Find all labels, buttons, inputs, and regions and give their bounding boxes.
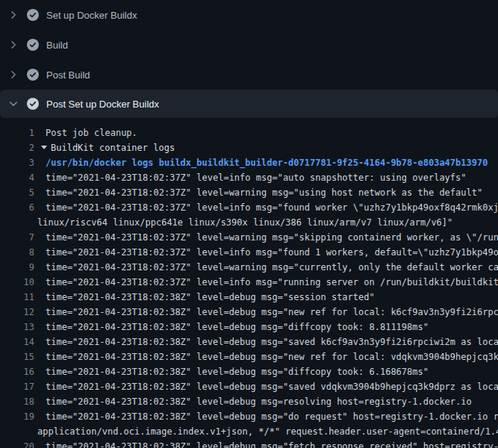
log-command-text: /usr/bin/docker logs buildx_buildkit_bui… xyxy=(46,158,488,168)
log-text: time="2021-04-23T18:02:37Z" level=warnin… xyxy=(46,262,498,273)
log-text: time="2021-04-23T18:02:38Z" level=debug … xyxy=(46,337,498,347)
log-text: application/vnd.oci.image.index.v1+json,… xyxy=(37,426,498,437)
line-number[interactable]: 3 xyxy=(0,155,34,170)
log-line: 14time="2021-04-23T18:02:38Z" level=debu… xyxy=(0,335,498,349)
line-number[interactable]: 11 xyxy=(0,290,34,305)
line-number[interactable]: 17 xyxy=(0,379,34,394)
log-line: 17time="2021-04-23T18:02:38Z" level=debu… xyxy=(0,379,498,394)
log-line: 2BuildKit container logs xyxy=(0,140,498,155)
step-post-build[interactable]: Post Build xyxy=(0,60,498,90)
log-line: 8time="2021-04-23T18:02:37Z" level=info … xyxy=(0,245,498,260)
log-line: 16time="2021-04-23T18:02:38Z" level=debu… xyxy=(0,364,498,379)
log-text: time="2021-04-23T18:02:38Z" level=debug … xyxy=(46,382,498,392)
chevron-right-icon[interactable] xyxy=(7,69,19,81)
log-lines: 1Post job cleanup.2BuildKit container lo… xyxy=(0,125,498,448)
check-circle-icon xyxy=(27,98,39,110)
log-text: time="2021-04-23T18:02:38Z" level=debug … xyxy=(46,307,498,317)
log-text: time="2021-04-23T18:02:37Z" level=warnin… xyxy=(46,187,482,198)
log-text: BuildKit container logs xyxy=(51,143,175,153)
line-number[interactable]: 4 xyxy=(0,170,34,185)
log-text: time="2021-04-23T18:02:37Z" level=info m… xyxy=(46,247,498,258)
log-text: time="2021-04-23T18:02:37Z" level=info m… xyxy=(46,172,467,183)
log-line: 20time="2021-04-23T18:02:38Z" level=debu… xyxy=(0,439,498,448)
line-number[interactable]: 2 xyxy=(0,140,34,155)
line-number[interactable]: 16 xyxy=(0,364,34,379)
line-number[interactable]: 6 xyxy=(0,200,34,215)
log-line: 5time="2021-04-23T18:02:37Z" level=warni… xyxy=(0,185,498,200)
log-line: 9time="2021-04-23T18:02:37Z" level=warni… xyxy=(0,260,498,275)
chevron-down-icon[interactable] xyxy=(7,98,19,110)
line-number[interactable]: 18 xyxy=(0,394,34,409)
log-text: time="2021-04-23T18:02:37Z" level=info m… xyxy=(46,202,498,213)
group-collapse-triangle-icon[interactable] xyxy=(41,146,47,149)
step-post-set-up-docker-buildx[interactable]: Post Set up Docker Buildx xyxy=(0,90,498,118)
log-text: time="2021-04-23T18:02:38Z" level=debug … xyxy=(46,352,498,362)
log-text: time="2021-04-23T18:02:38Z" level=debug … xyxy=(46,292,375,302)
check-circle-icon xyxy=(27,9,39,21)
line-number[interactable]: 9 xyxy=(0,260,34,275)
line-number[interactable]: 14 xyxy=(0,335,34,349)
log-text: time="2021-04-23T18:02:38Z" level=debug … xyxy=(46,411,498,422)
log-text: time="2021-04-23T18:02:38Z" level=debug … xyxy=(46,441,498,448)
check-circle-icon xyxy=(27,69,39,81)
step-label: Set up Docker Buildx xyxy=(46,10,137,21)
log-line: 19time="2021-04-23T18:02:38Z" level=debu… xyxy=(0,409,498,424)
log-line: 6time="2021-04-23T18:02:37Z" level=info … xyxy=(0,200,498,215)
log-text: time="2021-04-23T18:02:38Z" level=debug … xyxy=(46,367,429,377)
step-label: Post Build xyxy=(46,69,90,81)
line-number[interactable]: 19 xyxy=(0,409,34,424)
line-number[interactable]: 1 xyxy=(0,125,34,140)
log-line: 11time="2021-04-23T18:02:38Z" level=debu… xyxy=(0,290,498,305)
check-circle-icon xyxy=(27,39,39,51)
line-number[interactable]: 15 xyxy=(0,349,34,364)
log-line-continuation: application/vnd.oci.image.index.v1+json,… xyxy=(0,424,498,439)
chevron-right-icon[interactable] xyxy=(7,39,19,51)
log-line: 7time="2021-04-23T18:02:37Z" level=warni… xyxy=(0,230,498,245)
log-line: 4time="2021-04-23T18:02:37Z" level=info … xyxy=(0,170,498,185)
log-line: 3/usr/bin/docker logs buildx_buildkit_bu… xyxy=(0,155,498,170)
line-number[interactable]: 10 xyxy=(0,275,34,290)
line-number[interactable]: 12 xyxy=(0,305,34,320)
line-number[interactable]: 13 xyxy=(0,320,34,335)
steps-list: Set up Docker Buildx Build Post Build Po… xyxy=(0,0,498,118)
line-number[interactable]: 20 xyxy=(0,439,34,448)
step-label: Build xyxy=(46,40,68,51)
step-build[interactable]: Build xyxy=(0,30,498,60)
log-text: time="2021-04-23T18:02:38Z" level=debug … xyxy=(46,396,472,407)
log-area: 1Post job cleanup.2BuildKit container lo… xyxy=(0,118,498,448)
log-line: 10time="2021-04-23T18:02:37Z" level=info… xyxy=(0,275,498,290)
chevron-right-icon[interactable] xyxy=(7,9,19,21)
line-number[interactable]: 8 xyxy=(0,245,34,260)
log-text: time="2021-04-23T18:02:37Z" level=warnin… xyxy=(46,232,498,243)
log-text: linux/riscv64 linux/ppc641e linux/s390x … xyxy=(37,217,452,228)
line-number[interactable]: 7 xyxy=(0,230,34,245)
step-label: Post Set up Docker Buildx xyxy=(46,99,159,110)
log-line-continuation: linux/riscv64 linux/ppc641e linux/s390x … xyxy=(0,215,498,230)
log-text: time="2021-04-23T18:02:37Z" level=info m… xyxy=(46,277,498,287)
line-number[interactable]: 5 xyxy=(0,185,34,200)
log-line: 12time="2021-04-23T18:02:38Z" level=debu… xyxy=(0,305,498,320)
step-set-up-docker-buildx[interactable]: Set up Docker Buildx xyxy=(0,0,498,30)
log-line: 18time="2021-04-23T18:02:38Z" level=debu… xyxy=(0,394,498,409)
log-text: Post job cleanup. xyxy=(46,128,137,138)
log-line: 15time="2021-04-23T18:02:38Z" level=debu… xyxy=(0,349,498,364)
log-text: time="2021-04-23T18:02:38Z" level=debug … xyxy=(46,322,429,332)
log-line: 13time="2021-04-23T18:02:38Z" level=debu… xyxy=(0,320,498,335)
log-line: 1Post job cleanup. xyxy=(0,125,498,140)
